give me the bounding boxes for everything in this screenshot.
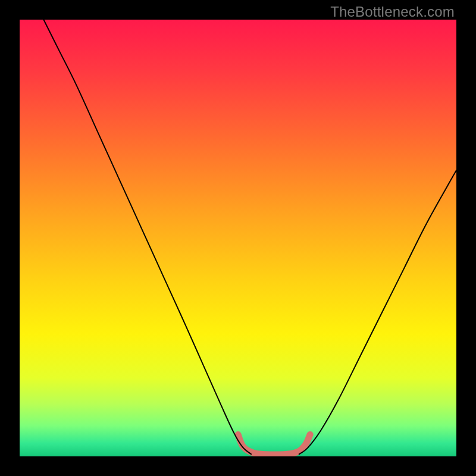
chart-background xyxy=(20,20,456,456)
watermark-text: TheBottleneck.com xyxy=(330,4,455,20)
chart-plot-area xyxy=(20,20,456,456)
chart-svg xyxy=(20,20,456,456)
chart-frame: TheBottleneck.com xyxy=(0,0,476,476)
